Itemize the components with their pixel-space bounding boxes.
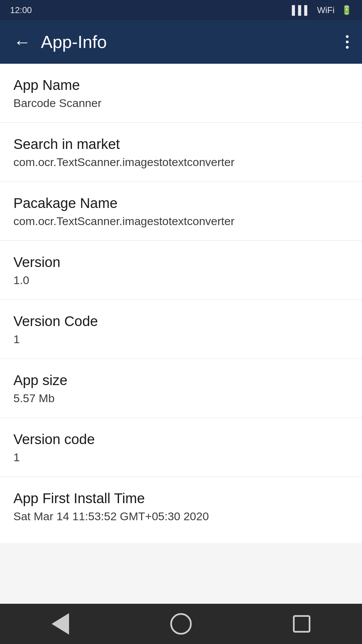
- status-bar-left: 12:00: [10, 5, 32, 15]
- signal-icon: ▌▌▌: [292, 5, 310, 15]
- row-version-code: Version Code 1: [0, 300, 362, 359]
- status-bar: 12:00 ▌▌▌ WiFi 🔋: [0, 0, 362, 20]
- row-first-install-time: App First Install Time Sat Mar 14 11:53:…: [0, 477, 362, 543]
- content-area: App Name Barcode Scanner Search in marke…: [0, 64, 362, 543]
- row-search-market[interactable]: Search in market com.ocr.TextScanner.ima…: [0, 123, 362, 182]
- label-search-market: Search in market: [13, 136, 349, 152]
- nav-recents-button[interactable]: [285, 610, 318, 637]
- value-version-code-lower: 1: [13, 451, 349, 464]
- label-package-name: Pacakage Name: [13, 195, 349, 211]
- nav-home-button[interactable]: [164, 610, 198, 637]
- label-first-install-time: App First Install Time: [13, 490, 349, 506]
- row-app-size: App size 5.57 Mb: [0, 359, 362, 418]
- more-dot-1: [346, 35, 349, 38]
- row-package-name: Pacakage Name com.ocr.TextScanner.images…: [0, 182, 362, 241]
- app-bar: ← App-Info: [0, 20, 362, 64]
- value-package-name: com.ocr.TextScanner.imagestotextconverte…: [13, 215, 349, 228]
- battery-icon: 🔋: [341, 5, 352, 15]
- value-version: 1.0: [13, 274, 349, 287]
- value-version-code: 1: [13, 333, 349, 346]
- label-app-name: App Name: [13, 77, 349, 93]
- row-version: Version 1.0: [0, 241, 362, 300]
- nav-back-icon: [52, 613, 69, 635]
- value-search-market: com.ocr.TextScanner.imagestotextconverte…: [13, 156, 349, 169]
- more-dot-2: [346, 41, 349, 43]
- status-time: 12:00: [10, 5, 32, 15]
- nav-back-button[interactable]: [44, 610, 77, 637]
- app-bar-title: App-Info: [41, 32, 107, 52]
- nav-home-icon: [170, 613, 192, 635]
- back-button[interactable]: ←: [13, 33, 31, 51]
- more-menu-button[interactable]: [346, 32, 349, 52]
- label-version: Version: [13, 254, 349, 270]
- label-version-code-lower: Version code: [13, 431, 349, 447]
- value-app-name: Barcode Scanner: [13, 97, 349, 110]
- label-app-size: App size: [13, 372, 349, 388]
- row-app-name: App Name Barcode Scanner: [0, 64, 362, 123]
- status-bar-right: ▌▌▌ WiFi 🔋: [292, 5, 352, 15]
- value-first-install-time: Sat Mar 14 11:53:52 GMT+05:30 2020: [13, 510, 349, 523]
- label-version-code: Version Code: [13, 313, 349, 329]
- nav-bar: [0, 604, 362, 644]
- app-bar-left: ← App-Info: [13, 32, 107, 52]
- wifi-icon: WiFi: [317, 5, 335, 15]
- value-app-size: 5.57 Mb: [13, 392, 349, 405]
- nav-recents-icon: [293, 615, 310, 633]
- row-version-code-lower: Version code 1: [0, 418, 362, 477]
- more-dot-3: [346, 46, 349, 49]
